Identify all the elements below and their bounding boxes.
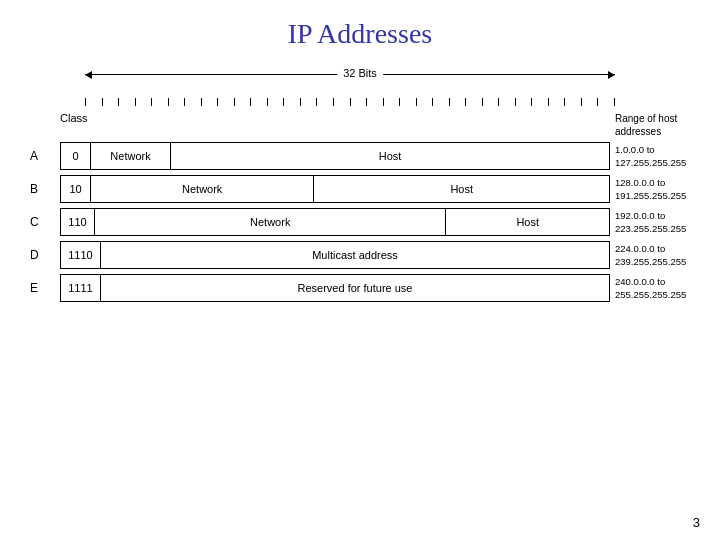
class-b-range: 128.0.0.0 to 191.255.255.255 bbox=[615, 175, 690, 203]
tick-mark bbox=[283, 98, 284, 106]
class-a-host: Host bbox=[171, 143, 609, 169]
tick-mark bbox=[350, 98, 351, 106]
class-row-a: A 0 Network Host 1.0.0.0 to 127.255.255.… bbox=[30, 142, 690, 170]
tick-mark bbox=[135, 98, 136, 106]
class-row-e: E 1111 Reserved for future use 240.0.0.0… bbox=[30, 274, 690, 302]
tick-mark bbox=[597, 98, 598, 106]
class-d-multicast: Multicast address bbox=[101, 242, 609, 268]
class-a-range: 1.0.0.0 to 127.255.255.255 bbox=[615, 142, 690, 170]
tick-mark bbox=[531, 98, 532, 106]
tick-mark bbox=[234, 98, 235, 106]
tick-mark bbox=[102, 98, 103, 106]
tick-mark bbox=[614, 98, 615, 106]
ruler-section: 32 Bits bbox=[30, 68, 690, 96]
class-e-reserved: Reserved for future use bbox=[101, 275, 609, 301]
class-a-diagram: 0 Network Host bbox=[60, 142, 610, 170]
tick-mark bbox=[217, 98, 218, 106]
class-d-label: D bbox=[30, 241, 60, 269]
range-header-label: Range of host addresses bbox=[615, 112, 690, 138]
class-d-prefix: 1110 bbox=[61, 242, 101, 268]
tick-mark bbox=[465, 98, 466, 106]
class-row-c: C 110 Network Host 192.0.0.0 to 223.255.… bbox=[30, 208, 690, 236]
class-header-label: Class bbox=[60, 112, 85, 138]
class-c-network: Network bbox=[95, 209, 446, 235]
header-row: Class Range of host addresses bbox=[30, 112, 690, 138]
tick-mark bbox=[250, 98, 251, 106]
tick-mark bbox=[168, 98, 169, 106]
tick-mark bbox=[267, 98, 268, 106]
page-number: 3 bbox=[693, 515, 700, 530]
tick-mark bbox=[151, 98, 152, 106]
tick-mark bbox=[498, 98, 499, 106]
tick-marks bbox=[30, 98, 690, 110]
tick-mark bbox=[383, 98, 384, 106]
ruler-arrow-left bbox=[85, 71, 92, 79]
tick-mark bbox=[399, 98, 400, 106]
class-a-prefix: 0 bbox=[61, 143, 91, 169]
class-a-label: A bbox=[30, 142, 60, 170]
class-d-range: 224.0.0.0 to 239.255.255.255 bbox=[615, 241, 690, 269]
class-e-diagram: 1111 Reserved for future use bbox=[60, 274, 610, 302]
tick-mark bbox=[581, 98, 582, 106]
class-c-label: C bbox=[30, 208, 60, 236]
ruler-arrow-right bbox=[608, 71, 615, 79]
class-b-label: B bbox=[30, 175, 60, 203]
class-d-diagram: 1110 Multicast address bbox=[60, 241, 610, 269]
tick-mark bbox=[548, 98, 549, 106]
tick-mark bbox=[416, 98, 417, 106]
tick-mark bbox=[316, 98, 317, 106]
tick-container bbox=[85, 98, 615, 106]
tick-mark bbox=[184, 98, 185, 106]
class-c-diagram: 110 Network Host bbox=[60, 208, 610, 236]
tick-mark bbox=[118, 98, 119, 106]
class-b-diagram: 10 Network Host bbox=[60, 175, 610, 203]
class-e-prefix: 1111 bbox=[61, 275, 101, 301]
class-row-b: B 10 Network Host 128.0.0.0 to 191.255.2… bbox=[30, 175, 690, 203]
tick-mark bbox=[482, 98, 483, 106]
class-c-range: 192.0.0.0 to 223.255.255.255 bbox=[615, 208, 690, 236]
class-b-host: Host bbox=[314, 176, 609, 202]
tick-mark bbox=[449, 98, 450, 106]
tick-mark bbox=[300, 98, 301, 106]
class-b-network: Network bbox=[91, 176, 314, 202]
class-c-host: Host bbox=[446, 209, 609, 235]
class-b-prefix: 10 bbox=[61, 176, 91, 202]
page-title: IP Addresses bbox=[0, 0, 720, 60]
ruler-label: 32 Bits bbox=[337, 67, 383, 79]
class-row-d: D 1110 Multicast address 224.0.0.0 to 23… bbox=[30, 241, 690, 269]
tick-mark bbox=[366, 98, 367, 106]
tick-mark bbox=[333, 98, 334, 106]
class-c-prefix: 110 bbox=[61, 209, 95, 235]
tick-mark bbox=[432, 98, 433, 106]
tick-mark bbox=[564, 98, 565, 106]
tick-mark bbox=[85, 98, 86, 106]
tick-mark bbox=[201, 98, 202, 106]
tick-mark bbox=[515, 98, 516, 106]
class-e-range: 240.0.0.0 to 255.255.255.255 bbox=[615, 274, 690, 302]
class-a-network: Network bbox=[91, 143, 171, 169]
class-e-label: E bbox=[30, 274, 60, 302]
